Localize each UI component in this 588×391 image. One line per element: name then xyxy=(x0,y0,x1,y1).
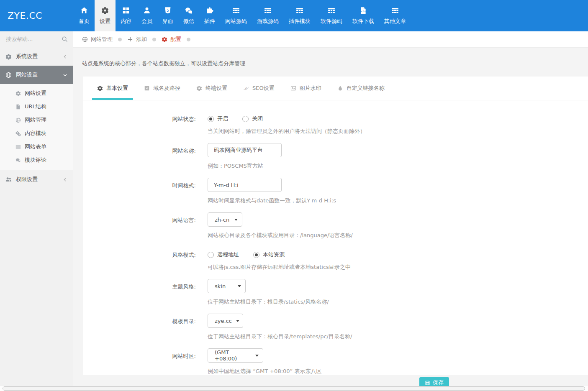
breadcrumb-label: 配置 xyxy=(170,36,181,43)
breadcrumb-separator-icon xyxy=(152,38,156,41)
select-input[interactable]: (GMT +08:00) xyxy=(208,348,263,363)
sidebar-item-4[interactable]: 网站表单 xyxy=(0,140,73,153)
nav-item-label: 会员 xyxy=(141,18,152,25)
nav-item-0[interactable]: 首页 xyxy=(74,0,95,31)
tab-5[interactable]: 自定义链接名称 xyxy=(332,77,390,100)
plus-icon xyxy=(127,36,133,42)
field-control: zye.cc位于网站主站根目录下：核心目录/templates/pc/目录名称/ xyxy=(208,314,352,340)
breadcrumb-item-2[interactable]: 配置 xyxy=(162,36,181,43)
tab-label: 自定义链接名称 xyxy=(347,84,385,92)
nav-item-label: 插件 xyxy=(204,18,215,25)
select-value: zye.cc xyxy=(215,318,232,324)
nav-item-label: 软件下载 xyxy=(352,18,374,25)
nav-item-label: 首页 xyxy=(79,18,90,25)
gear-icon xyxy=(15,91,21,96)
gear-icon xyxy=(97,85,103,91)
nav-item-10[interactable]: 软件源码 xyxy=(316,0,347,31)
breadcrumb-separator-icon xyxy=(187,38,190,41)
sidebar-item-label: 网站设置 xyxy=(25,89,46,97)
nav-item-5[interactable]: 微信 xyxy=(178,0,199,31)
table-icon xyxy=(328,7,335,14)
select-input[interactable]: zye.cc xyxy=(208,314,243,328)
sidebar-item-label: 内容模块 xyxy=(25,130,46,137)
svg-text:</>: </> xyxy=(361,10,366,12)
nav-item-label: 软件源码 xyxy=(321,18,342,25)
nav-item-9[interactable]: 插件模块 xyxy=(284,0,316,31)
form-row-4: 风格模式:远程地址本站资源可以将js,css,图片存储在远程地址或者本地stat… xyxy=(83,247,588,271)
select-input[interactable]: skin xyxy=(208,279,246,293)
text-input[interactable] xyxy=(208,178,282,192)
scrollbar-thumb[interactable] xyxy=(3,386,585,391)
sidebar-group-1[interactable]: 网站设置 xyxy=(0,66,73,84)
field-label: 网站状态: xyxy=(83,111,196,135)
radio-label: 关闭 xyxy=(252,115,263,123)
home-icon xyxy=(80,7,88,14)
nav-item-11[interactable]: </>软件下载 xyxy=(347,0,379,31)
field-hint: 例如：POSCMS官方站 xyxy=(208,162,282,170)
nav-item-6[interactable]: 插件 xyxy=(199,0,220,31)
sidebar: 系统设置网站设置网站设置URL结构网站管理内容模块网站表单模块评论权限设置 xyxy=(0,31,73,386)
caret-down-icon xyxy=(238,285,241,287)
select-input[interactable]: zh-cn xyxy=(208,212,242,227)
sidebar-item-label: 网站管理 xyxy=(25,116,46,124)
field-hint: 例如中国地区选择 “GMT +08:00” 表示东八区 xyxy=(208,368,321,375)
sidebar-item-1[interactable]: URL结构 xyxy=(0,100,73,113)
field-control: 例如：POSCMS官方站 xyxy=(208,143,282,170)
radio-option[interactable]: 本站资源 xyxy=(253,251,285,258)
sidebar-item-0[interactable]: 网站设置 xyxy=(0,87,73,100)
nav-item-7[interactable]: 网站源码 xyxy=(220,0,252,31)
breadcrumb-item-0[interactable]: 网站管理 xyxy=(82,36,113,43)
breadcrumb-label: 添加 xyxy=(136,36,147,43)
field-label: 网站名称: xyxy=(83,143,196,170)
breadcrumb-item-1[interactable]: 添加 xyxy=(127,36,147,43)
table-icon xyxy=(232,7,240,14)
file-icon xyxy=(15,104,21,110)
tab-0[interactable]: 基本设置 xyxy=(92,77,133,100)
nav-item-label: 界面 xyxy=(162,18,173,25)
nav-item-1[interactable]: 设置 xyxy=(95,0,116,31)
globe-icon xyxy=(15,118,21,123)
nav-item-2[interactable]: 内容 xyxy=(116,0,136,31)
text-input[interactable] xyxy=(208,143,282,157)
brand-logo: ZYE.CC xyxy=(0,0,74,31)
tint-icon xyxy=(337,85,343,91)
th-large-icon xyxy=(122,7,130,14)
nav-item-12[interactable]: 其他文章 xyxy=(379,0,411,31)
puzzle-icon xyxy=(206,7,213,14)
tab-label: 图片水印 xyxy=(300,84,321,92)
radio-label: 本站资源 xyxy=(263,251,285,258)
field-hint: 位于网站主站根目录下：核心目录/templates/pc/目录名称/ xyxy=(208,333,352,340)
form-row-2: 时间格式:网站时间显示格式与date函数一致，默认Y-m-d H:i:s xyxy=(83,178,588,204)
field-control: 网站时间显示格式与date函数一致，默认Y-m-d H:i:s xyxy=(208,178,336,204)
sidebar-group-0[interactable]: 系统设置 xyxy=(0,47,73,66)
users-icon xyxy=(5,176,12,183)
field-control: skin位于网站主站根目录下：根目录/statics/风格名称/ xyxy=(208,279,329,306)
sidebar-submenu: 网站设置URL结构网站管理内容模块网站表单模块评论 xyxy=(0,84,73,170)
tab-2[interactable]: 终端设置 xyxy=(191,77,232,100)
sidebar-item-2[interactable]: 网站管理 xyxy=(0,113,73,127)
field-control: 开启关闭当关闭网站时，除管理员之外的用户将无法访问（静态页面除外） xyxy=(208,111,365,135)
sidebar-item-3[interactable]: 内容模块 xyxy=(0,127,73,140)
sidebar-group-2[interactable]: 权限设置 xyxy=(0,170,73,189)
radio-unchecked-icon xyxy=(242,116,249,122)
tab-1[interactable]: 域名及路径 xyxy=(139,77,185,100)
sidebar-item-5[interactable]: 模块评论 xyxy=(0,153,73,167)
select-value: (GMT +08:00) xyxy=(215,349,251,362)
radio-checked-icon xyxy=(208,116,214,122)
field-hint: 网站时间显示格式与date函数一致，默认Y-m-d H:i:s xyxy=(208,197,336,204)
radio-option[interactable]: 关闭 xyxy=(242,115,263,123)
gear-icon xyxy=(196,85,202,91)
nav-item-8[interactable]: 游戏源码 xyxy=(252,0,284,31)
radio-option[interactable]: 开启 xyxy=(208,115,228,123)
select-value: skin xyxy=(215,283,226,289)
breadcrumb-separator-icon xyxy=(118,38,122,41)
tab-3[interactable]: eSEO设置 xyxy=(238,77,280,100)
sidebar-group-label: 网站设置 xyxy=(16,71,59,79)
nav-item-3[interactable]: 会员 xyxy=(136,0,157,31)
field-control: zh-cn网站核心目录及各个模块或应用目录：/language/语言名称/ xyxy=(208,212,353,239)
radio-option[interactable]: 远程地址 xyxy=(208,251,239,258)
field-label: 网站语言: xyxy=(83,212,196,239)
tab-4[interactable]: 图片水印 xyxy=(285,77,326,100)
html5-icon: 5 xyxy=(164,7,172,14)
nav-item-4[interactable]: 5界面 xyxy=(157,0,178,31)
